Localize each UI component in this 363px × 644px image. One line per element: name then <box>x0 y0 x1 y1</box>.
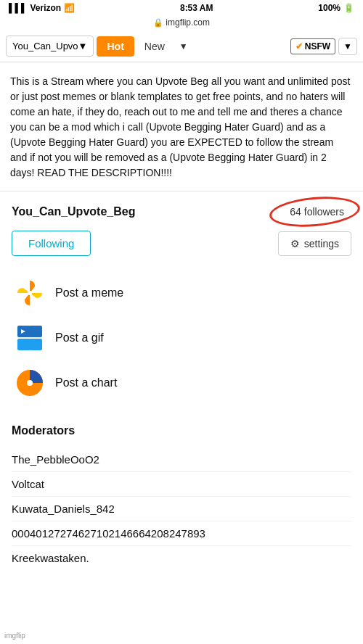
svg-point-7 <box>27 380 33 386</box>
chart-icon <box>15 368 45 398</box>
status-time: 8:53 AM <box>180 3 213 13</box>
post-gif-item[interactable]: Post a gif <box>12 315 351 360</box>
svg-rect-4 <box>29 339 42 350</box>
post-gif-label: Post a gif <box>55 331 104 344</box>
post-chart-item[interactable]: Post a chart <box>12 360 351 405</box>
action-row: Following ⚙ settings <box>12 231 351 256</box>
dropdown-arrow[interactable]: ▼ <box>175 37 192 56</box>
watermark: imgflip <box>4 632 25 640</box>
stream-name: You_Can_Upvote_Beg <box>12 205 135 218</box>
url-bar[interactable]: 🔒 imgflip.com <box>0 16 363 30</box>
stream-dropdown-label: You_Can_Upvo▼ <box>12 41 87 51</box>
battery-label: 100% <box>318 3 340 13</box>
stream-header: You_Can_Upvote_Beg 64 followers <box>12 203 351 220</box>
stream-card: You_Can_Upvote_Beg 64 followers Followin… <box>0 191 363 413</box>
list-item[interactable]: Voltcat <box>12 472 351 497</box>
post-chart-label: Post a chart <box>55 376 117 389</box>
moderators-title: Moderators <box>12 424 351 437</box>
carrier-name: Verizon <box>30 3 62 13</box>
status-bar: ▌▌▌ Verizon 📶 8:53 AM 100% 🔋 <box>0 0 363 16</box>
list-item[interactable]: The_PebbleOoO2 <box>12 447 351 472</box>
svg-rect-3 <box>17 339 30 350</box>
nsfw-section: ✔ NSFW ▼ <box>290 38 357 55</box>
signal-icon: ▌▌▌ <box>9 3 28 13</box>
carrier-info: ▌▌▌ Verizon 📶 <box>9 3 75 13</box>
list-item[interactable]: Kreekwastaken. <box>12 546 351 570</box>
followers-count: 64 followers <box>282 203 351 220</box>
list-item[interactable]: Kuwata_Daniels_842 <box>12 497 351 521</box>
svg-point-0 <box>28 291 32 295</box>
battery-info: 100% 🔋 <box>318 3 354 13</box>
gear-icon: ⚙ <box>290 238 300 249</box>
nsfw-label: NSFW <box>305 41 330 51</box>
url-text: imgflip.com <box>166 17 210 28</box>
stream-dropdown[interactable]: You_Can_Upvo▼ <box>6 36 94 57</box>
hot-tab[interactable]: Hot <box>97 36 134 57</box>
nsfw-checkmark: ✔ <box>295 41 303 51</box>
meme-icon <box>15 278 45 308</box>
description-text: This is a Stream where you can Upvote Be… <box>10 74 353 181</box>
post-meme-label: Post a meme <box>55 286 123 300</box>
stream-description: This is a Stream where you can Upvote Be… <box>0 62 363 191</box>
new-tab[interactable]: New <box>137 36 172 57</box>
nsfw-toggle[interactable]: ✔ NSFW <box>290 38 335 54</box>
nav-right-arrow[interactable]: ▼ <box>338 38 357 55</box>
svg-rect-2 <box>29 326 42 337</box>
following-button[interactable]: Following <box>12 231 91 256</box>
list-item[interactable]: 00040127274627102146664208247893 <box>12 521 351 546</box>
lock-icon: 🔒 <box>153 18 163 27</box>
gif-icon <box>15 323 45 353</box>
post-meme-item[interactable]: Post a meme <box>12 271 351 315</box>
moderators-section: Moderators The_PebbleOoO2 Voltcat Kuwata… <box>0 413 363 582</box>
battery-icon: 🔋 <box>343 3 354 13</box>
wifi-icon: 📶 <box>64 3 75 13</box>
settings-button[interactable]: ⚙ settings <box>278 231 351 256</box>
followers-text: 64 followers <box>290 206 344 218</box>
settings-label: settings <box>304 238 339 249</box>
nav-bar: You_Can_Upvo▼ Hot New ▼ ✔ NSFW ▼ <box>0 30 363 62</box>
post-items-list: Post a meme Post a gif <box>12 271 351 413</box>
